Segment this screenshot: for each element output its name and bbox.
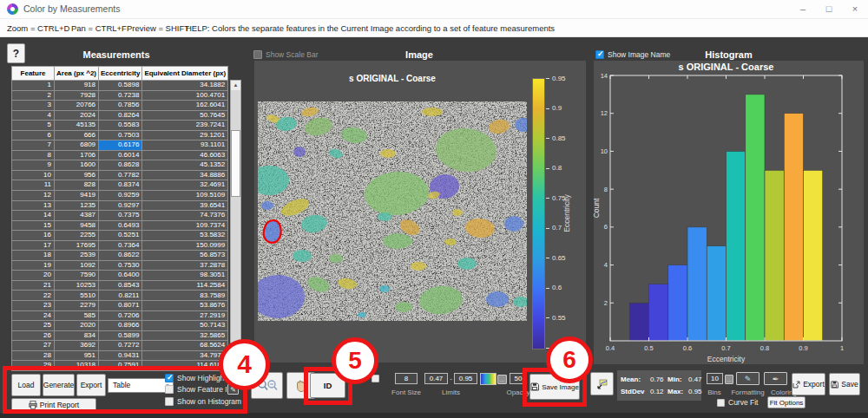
table-cell[interactable]: 0.8543 (99, 280, 142, 291)
table-cell[interactable]: 834 (55, 330, 99, 341)
table-cell[interactable]: 34.7973 (142, 350, 228, 361)
table-cell[interactable]: 2024 (55, 110, 99, 121)
table-cell[interactable]: 5 (12, 121, 55, 131)
table-cell[interactable]: 20 (12, 271, 55, 281)
table-cell[interactable]: 8 (12, 150, 55, 160)
table-cell[interactable]: 5510 (55, 291, 99, 301)
table-cell[interactable]: 0.8211 (99, 291, 142, 301)
table-cell[interactable]: 98.3051 (142, 271, 228, 281)
table-cell[interactable]: 13 (12, 200, 55, 211)
curve-fit-checkbox[interactable] (717, 399, 725, 407)
table-cell[interactable]: 150.0999 (142, 240, 228, 251)
table-cell[interactable]: 0.7856 (99, 101, 142, 111)
table-cell[interactable]: 0.8622 (99, 251, 142, 261)
maximize-button[interactable]: □ (816, 0, 842, 18)
table-cell[interactable]: 17695 (55, 240, 99, 251)
table-cell[interactable]: 32.4691 (142, 180, 228, 191)
table-cell[interactable]: 0.9297 (99, 200, 142, 211)
table-cell[interactable]: 29.1201 (142, 130, 228, 140)
table-cell[interactable]: 53.8676 (142, 301, 228, 311)
save-histogram-button[interactable]: Save (829, 373, 860, 395)
table-cell[interactable]: 7590 (55, 271, 99, 281)
id-button[interactable]: ID (310, 373, 345, 398)
table-cell[interactable]: 0.5583 (99, 121, 142, 131)
fit-options-button[interactable]: Fit Options (767, 396, 806, 408)
table-cell[interactable]: 100.4701 (142, 90, 228, 101)
show-feature-ids-checkbox[interactable] (165, 385, 174, 394)
table-cell[interactable]: 19 (12, 260, 55, 271)
table-cell[interactable]: 17 (12, 240, 55, 251)
table-cell[interactable]: 18 (12, 251, 55, 261)
table-cell[interactable]: 34.8886 (142, 170, 228, 180)
table-cell[interactable]: 0.9259 (99, 191, 142, 201)
table-cell[interactable]: 0.5898 (99, 81, 142, 91)
table-cell[interactable]: 25 (12, 321, 55, 331)
table-cell[interactable]: 23 (12, 301, 55, 311)
formatting-pencil-icon[interactable]: ✎ (736, 372, 760, 385)
colormap-more-button[interactable]: ... (497, 375, 507, 384)
bins-more-button[interactable]: ... (725, 375, 733, 384)
table-cell[interactable]: 27.2919 (142, 310, 228, 321)
table-cell[interactable]: 0.5251 (99, 231, 142, 241)
table-cell[interactable]: 0.7272 (99, 341, 142, 351)
table-cell[interactable]: 10318 (55, 361, 99, 371)
column-header[interactable]: Area (px ^2) (55, 67, 99, 81)
table-cell[interactable]: 10253 (55, 280, 99, 291)
show-on-histogram-checkbox[interactable] (165, 397, 174, 406)
colormap-swatch[interactable] (480, 373, 496, 385)
table-cell[interactable]: 7928 (55, 90, 99, 101)
table-type-dropdown[interactable]: Table (108, 378, 174, 393)
table-cell[interactable]: 50.7645 (142, 110, 228, 121)
table-cell[interactable]: 32.5865 (142, 330, 228, 341)
table-cell[interactable]: 0.7503 (99, 130, 142, 140)
table-cell[interactable]: 6809 (55, 140, 99, 151)
table-cell[interactable]: 15 (12, 220, 55, 231)
measurements-table[interactable]: FeatureArea (px ^2)EccentricityEquivalen… (11, 66, 228, 371)
table-cell[interactable]: 9419 (55, 191, 99, 201)
table-cell[interactable]: 16 (12, 231, 55, 241)
table-cell[interactable]: 956 (55, 170, 99, 180)
table-cell[interactable]: 0.7375 (99, 211, 142, 221)
table-cell[interactable]: 0.7364 (99, 240, 142, 251)
font-size-input[interactable]: 8 (395, 373, 418, 384)
table-cell[interactable]: 74.7376 (142, 211, 228, 221)
table-cell[interactable]: 162.6041 (142, 101, 228, 111)
table-cell[interactable]: 0.7206 (99, 310, 142, 321)
segmented-image[interactable] (258, 101, 527, 321)
table-cell[interactable]: 0.5899 (99, 330, 142, 341)
table-cell[interactable]: 83.7589 (142, 291, 228, 301)
table-cell[interactable]: 0.6176 (99, 140, 142, 151)
table-cell[interactable]: 93.1101 (142, 140, 228, 151)
table-cell[interactable]: 2020 (55, 321, 99, 331)
table-cell[interactable]: 14 (12, 211, 55, 221)
highlighted-feature-outline[interactable] (264, 220, 281, 243)
table-cell[interactable]: 12 (12, 191, 55, 201)
table-cell[interactable]: 239.7241 (142, 121, 228, 131)
table-cell[interactable]: 3692 (55, 341, 99, 351)
table-cell[interactable]: 56.8573 (142, 251, 228, 261)
scroll-up-icon[interactable] (231, 81, 240, 90)
scroll-down-icon[interactable] (231, 360, 240, 369)
table-cell[interactable]: 4 (12, 110, 55, 121)
table-cell[interactable]: 28 (12, 350, 55, 361)
table-cell[interactable]: 4387 (55, 211, 99, 221)
coloring-brush-icon[interactable]: ✒ (764, 372, 787, 385)
table-cell[interactable]: 7 (12, 140, 55, 151)
table-cell[interactable]: 2255 (55, 231, 99, 241)
table-cell[interactable]: 114.6180 (142, 361, 228, 371)
table-cell[interactable]: 0.7530 (99, 260, 142, 271)
table-cell[interactable]: 26 (12, 330, 55, 341)
export-histogram-button[interactable]: Export (792, 373, 825, 395)
table-cell[interactable]: 0.7591 (99, 361, 142, 371)
table-cell[interactable]: 3 (12, 101, 55, 111)
table-cell[interactable]: 11 (12, 180, 55, 191)
table-cell[interactable]: 0.6014 (99, 150, 142, 160)
table-cell[interactable]: 1706 (55, 150, 99, 160)
table-cell[interactable]: 1600 (55, 160, 99, 171)
print-report-button[interactable]: Print Report (11, 398, 96, 412)
table-cell[interactable]: 0.9431 (99, 350, 142, 361)
bins-input[interactable]: 10 (707, 373, 723, 384)
generate-button[interactable]: Generate (43, 374, 75, 396)
table-cell[interactable]: 6 (12, 130, 55, 140)
zoom-button[interactable] (251, 372, 283, 399)
